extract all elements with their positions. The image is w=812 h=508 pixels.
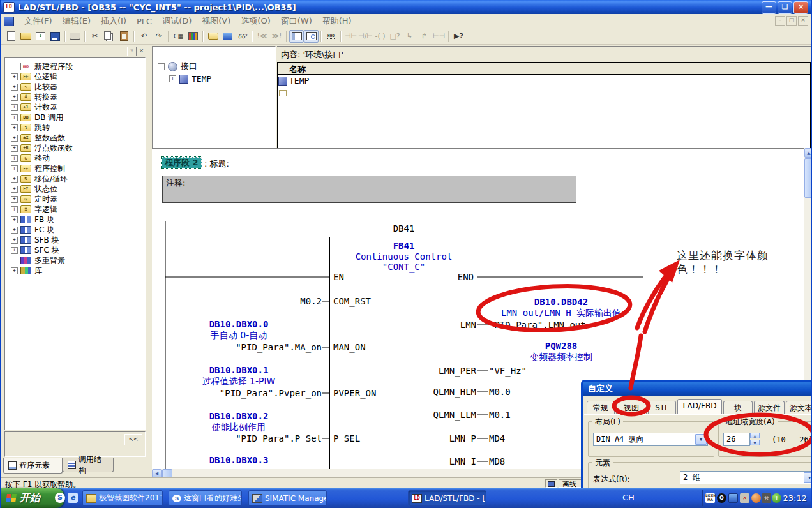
menu-view[interactable]: 视图(V) xyxy=(197,15,236,27)
open-branch-button[interactable]: ↳ xyxy=(402,30,417,43)
menu-edit[interactable]: 编辑(E) xyxy=(57,15,96,27)
mdi-minimize-icon[interactable]: – xyxy=(775,16,785,26)
update-shield-icon[interactable]: ↑ xyxy=(772,493,781,503)
dialog-title-bar[interactable]: 自定义 xyxy=(583,382,812,396)
monitor-glasses-button[interactable]: 66' xyxy=(235,30,250,43)
operand-man-on[interactable]: "PID_Para".MA_on xyxy=(156,342,322,352)
tab-block[interactable]: 块 xyxy=(723,401,753,414)
expand-icon[interactable]: + xyxy=(11,104,18,111)
operand-lmn-i[interactable]: MD8 xyxy=(489,456,505,467)
restore-button[interactable]: ❏ xyxy=(778,1,792,14)
chevron-down-icon[interactable]: ▼ xyxy=(695,434,707,445)
table-row[interactable]: TEMP xyxy=(278,75,810,87)
collapse-icon[interactable]: − xyxy=(158,63,165,70)
tree-item-integer-math[interactable]: +±I整数函数 xyxy=(5,133,145,143)
sidebar-pin-button[interactable]: ▾ xyxy=(127,47,137,56)
tools-icon[interactable]: ⚒ xyxy=(762,493,771,503)
expand-icon[interactable]: + xyxy=(11,165,18,172)
open-button[interactable] xyxy=(19,30,33,43)
task-browser-window[interactable]: S 这窗口看的好难受... xyxy=(169,490,242,506)
interface-root-row[interactable]: − 接口 xyxy=(158,61,197,72)
tree-item-status-bits[interactable]: +⊦?状态位 xyxy=(5,184,145,194)
ie-icon[interactable]: e xyxy=(68,493,78,503)
print-button[interactable] xyxy=(68,30,82,43)
help-pointer-button[interactable]: ▶? xyxy=(451,30,466,43)
contact-nc-button[interactable]: ⊣/⊢ xyxy=(358,30,373,43)
next-error-button[interactable]: ≫! xyxy=(269,30,284,43)
tree-item-libraries[interactable]: +库 xyxy=(5,265,145,276)
undo-button[interactable]: ↶ xyxy=(137,30,151,43)
tab-source-file[interactable]: 源文件 xyxy=(754,401,785,414)
menu-file[interactable]: 文件(F) xyxy=(19,15,57,27)
expand-icon[interactable]: + xyxy=(11,196,18,203)
qq-icon[interactable]: Q xyxy=(717,493,726,503)
tree-item-fc-blocks[interactable]: +FC 块 xyxy=(5,225,145,235)
expand-icon[interactable]: + xyxy=(11,267,18,274)
tab-stl[interactable]: STL xyxy=(648,401,676,414)
tree-item-sfb-blocks[interactable]: +SFB 块 xyxy=(5,235,145,245)
operand-lmn[interactable]: "PID_Para".LMN_out xyxy=(489,320,586,330)
task-lad-stl-fbd[interactable]: LD LAD/STL/FBD - [... xyxy=(408,490,486,506)
save-button[interactable] xyxy=(48,30,63,43)
menu-insert[interactable]: 插入(I) xyxy=(96,15,132,27)
operand-pvper-on[interactable]: "PID_Para".Pvper_on xyxy=(156,388,322,398)
rail-button[interactable]: ⊢⊣ xyxy=(432,30,446,43)
redo-button[interactable]: ↷ xyxy=(151,30,166,43)
overview-toggle-button[interactable] xyxy=(289,30,304,43)
task-simatic-manager[interactable]: SIMATIC Manager ... xyxy=(248,490,327,506)
tree-item-timers[interactable]: +◷定时器 xyxy=(5,194,145,204)
operand-lmn-p[interactable]: MD4 xyxy=(489,433,505,444)
title-bar[interactable]: LD LAD/STL/FBD - [OB35 -- "CYC_INT5" -- … xyxy=(1,0,811,14)
tree-item-fb-blocks[interactable]: +FB 块 xyxy=(5,214,145,225)
tab-program-elements[interactable]: 程序元素 xyxy=(3,458,63,474)
instance-db-label[interactable]: DB41 xyxy=(329,223,478,234)
tab-source-text[interactable]: 源文本 xyxy=(786,401,812,414)
expand-icon[interactable]: + xyxy=(11,155,18,162)
spin-down-icon[interactable]: ▼ xyxy=(750,440,760,445)
expand-icon[interactable]: + xyxy=(11,135,18,142)
layout-combobox[interactable]: DIN A4 纵向 ▼ xyxy=(593,433,708,446)
insert-element-button[interactable]: ↖< xyxy=(124,434,142,445)
tab-call-structure[interactable]: 调用结构 xyxy=(63,458,114,472)
operand-lmn-per[interactable]: "VF_Hz" xyxy=(489,366,527,376)
expand-icon[interactable]: + xyxy=(11,94,18,101)
expand-icon[interactable]: + xyxy=(11,227,18,234)
network-label[interactable]: 程序段 2 xyxy=(162,157,202,168)
tree-item-word-logic[interactable]: +≡字逻辑 xyxy=(5,204,145,214)
expand-icon[interactable]: + xyxy=(11,176,18,183)
expand-icon[interactable]: + xyxy=(11,216,18,223)
network-comment-box[interactable]: 注释: xyxy=(162,176,576,203)
operand-p-sel[interactable]: "PID_Para".P_Sel xyxy=(156,433,322,444)
coil-button[interactable]: -( ) xyxy=(373,30,387,43)
menu-plc[interactable]: PLC xyxy=(132,17,157,26)
tree-item-float-math[interactable]: +±R浮点数函数 xyxy=(5,143,145,153)
tree-item-move[interactable]: +↻移动 xyxy=(5,153,145,163)
network-icon[interactable] xyxy=(728,493,738,503)
operand-qlmn-llm[interactable]: M0.1 xyxy=(489,410,511,420)
scroll-up-icon[interactable]: ▲ xyxy=(804,148,812,158)
table-row-empty[interactable] xyxy=(278,87,810,100)
menu-options[interactable]: 选项(O) xyxy=(236,15,275,27)
mdi-restore-icon[interactable]: □ xyxy=(786,16,797,26)
symbol-table-button[interactable] xyxy=(206,30,220,43)
new-network-button[interactable]: HHO xyxy=(324,30,338,43)
download-blocks-button[interactable]: ↓ xyxy=(33,30,48,43)
sidebar-close-icon[interactable]: × xyxy=(137,47,146,56)
volume-muted-icon[interactable]: ✕ xyxy=(740,493,749,503)
menu-help[interactable]: 帮助(H) xyxy=(317,15,357,27)
operand-qlmn-hlm[interactable]: M0.0 xyxy=(489,387,511,397)
tree-item-new-network[interactable]: +HHO新建程序段 xyxy=(5,61,145,71)
expand-icon[interactable]: + xyxy=(11,124,18,131)
tree-item-sfc-blocks[interactable]: +SFC 块 xyxy=(5,245,145,255)
tree-item-converter[interactable]: +≜转换器 xyxy=(5,92,145,102)
network-title-label[interactable]: : 标题: xyxy=(204,159,229,168)
tree-item-jump[interactable]: +↴跳转 xyxy=(5,123,145,133)
operand-com-rst[interactable]: M0.2 xyxy=(156,296,322,306)
contact-no-button[interactable]: ⊣⊢ xyxy=(343,30,358,43)
tab-view[interactable]: 视图 xyxy=(616,401,647,414)
menu-debug[interactable]: 调试(D) xyxy=(157,15,197,27)
tree-item-multi-instance[interactable]: +多重背景 xyxy=(5,255,145,265)
mdi-close-icon[interactable]: × xyxy=(798,16,808,26)
menu-window[interactable]: 窗口(W) xyxy=(276,15,317,27)
language-indicator[interactable]: CH xyxy=(622,493,635,502)
